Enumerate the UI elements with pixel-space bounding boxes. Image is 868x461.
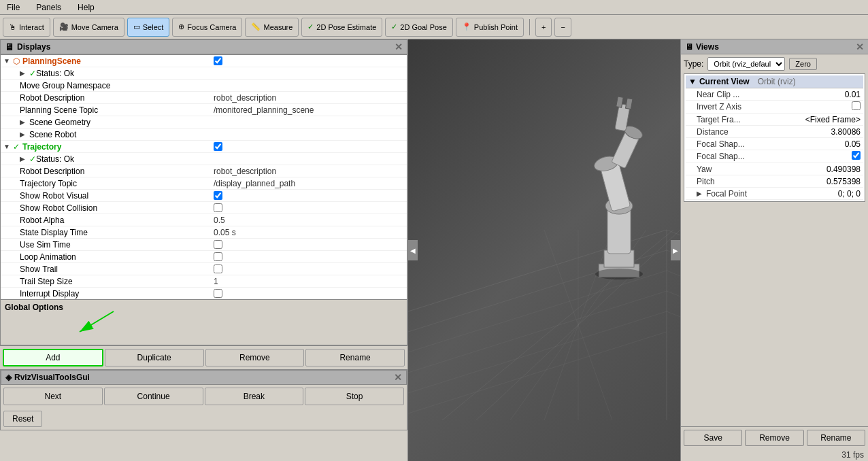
svg-rect-30 <box>625 98 632 109</box>
remove-toolbar-button[interactable]: − <box>554 18 571 37</box>
interact-icon: 🖱 <box>9 23 16 31</box>
goal-pose-icon: ✓ <box>391 22 397 31</box>
show-robot-visual-item: Show Robot Visual <box>1 190 407 202</box>
show-trail-item: Show Trail <box>1 263 407 275</box>
scene-robot-expand[interactable]: ▶ <box>20 131 28 138</box>
planning-status-item: ▶ ✓ Status: Ok <box>1 67 407 80</box>
planning-scene-checkbox[interactable] <box>214 56 222 65</box>
distance-prop: Distance 3.80086 <box>686 126 863 138</box>
menu-panels[interactable]: Panels <box>32 1 65 14</box>
yaw-label: Yaw <box>697 165 827 174</box>
move-group-item: Move Group Namespace <box>1 80 407 92</box>
monitor-icon: 🖥 <box>5 41 14 52</box>
reset-button[interactable]: Reset <box>3 411 42 427</box>
planning-topic-value: /monitored_planning_scene <box>214 105 314 115</box>
yaw-value: 0.490398 <box>827 165 861 174</box>
focal-point-expand[interactable]: ▶ <box>697 190 705 197</box>
collapse-left-arrow[interactable]: ◀ <box>408 240 418 260</box>
trajectory-item[interactable]: ▼ ✓ Trajectory <box>1 141 407 153</box>
state-display-value: 0.05 s <box>214 228 236 237</box>
invert-z-checkbox[interactable] <box>852 101 861 112</box>
focal-point-prop: ▶ Focal Point 0; 0; 0 <box>686 188 863 200</box>
rviz-panel-close[interactable]: ✕ <box>394 372 402 383</box>
remove-button[interactable]: Remove <box>205 349 305 366</box>
views-content: Type: Orbit (rviz_defaul Zero ▼ Current … <box>681 54 868 426</box>
move-group-label: Move Group Namespace <box>20 81 110 90</box>
displays-panel-title: 🖥 Displays <box>5 41 50 52</box>
views-type-row: Type: Orbit (rviz_defaul Zero <box>684 57 865 71</box>
pose-estimate-button[interactable]: ✓ 2D Pose Estimate <box>301 18 382 37</box>
move-camera-button[interactable]: 🎥 Move Camera <box>53 18 124 37</box>
svg-point-31 <box>595 269 643 279</box>
views-panel-header: 🖥 Views ✕ <box>681 39 868 54</box>
views-type-select[interactable]: Orbit (rviz_defaul <box>707 57 785 71</box>
stop-button[interactable]: Stop <box>305 388 404 405</box>
show-robot-visual-checkbox[interactable] <box>214 191 222 200</box>
measure-button[interactable]: 📏 Measure <box>245 18 299 37</box>
views-rename-button[interactable]: Rename <box>807 430 865 446</box>
views-type-label: Type: <box>684 59 703 69</box>
current-view-expand[interactable]: ▼ <box>688 77 697 86</box>
pose-estimate-icon: ✓ <box>307 22 314 31</box>
menu-help[interactable]: Help <box>73 1 99 14</box>
menu-file[interactable]: File <box>3 1 24 14</box>
add-toolbar-button[interactable]: + <box>535 18 552 37</box>
planning-topic-item: Planning Scene Topic /monitored_planning… <box>1 104 407 116</box>
near-clip-label: Near Clip ... <box>697 90 845 99</box>
traj-status-value: Status: Ok <box>36 154 74 164</box>
robot-alpha-label: Robot Alpha <box>20 216 64 225</box>
fps-value: 31 fps <box>841 450 864 460</box>
interact-button[interactable]: 🖱 Interact <box>3 18 50 37</box>
state-display-label: State Display Time <box>20 228 88 237</box>
displays-panel-header: 🖥 Displays ✕ <box>0 39 407 54</box>
views-close-button[interactable]: ✕ <box>856 41 864 52</box>
focal-shape1-prop: Focal Shap... 0.05 <box>686 138 863 150</box>
trajectory-expand[interactable]: ▼ <box>3 143 12 150</box>
robot-alpha-item: Robot Alpha 0.5 <box>1 214 407 226</box>
loop-animation-checkbox[interactable] <box>214 252 222 261</box>
publish-point-button[interactable]: 📍 Publish Point <box>456 18 524 37</box>
views-zero-button[interactable]: Zero <box>789 58 817 70</box>
near-clip-value: 0.01 <box>845 90 861 99</box>
use-sim-time-checkbox[interactable] <box>214 240 222 249</box>
focal-shape1-value: 0.05 <box>845 139 861 149</box>
next-button[interactable]: Next <box>3 388 103 405</box>
show-trail-checkbox[interactable] <box>214 264 222 273</box>
loop-animation-label: Loop Animation <box>20 252 76 262</box>
interrupt-display-checkbox[interactable] <box>214 289 222 298</box>
target-frame-prop: Target Fra... <Fixed Frame> <box>686 114 863 126</box>
select-button[interactable]: ▭ Select <box>127 18 170 37</box>
scene-geometry-expand[interactable]: ▶ <box>20 118 28 126</box>
svg-line-8 <box>408 332 667 413</box>
trail-step-label: Trail Step Size <box>20 277 73 286</box>
views-save-button[interactable]: Save <box>684 430 742 446</box>
views-remove-button[interactable]: Remove <box>745 430 803 446</box>
focus-camera-button[interactable]: ⊕ Focus Camera <box>172 18 242 37</box>
planning-scene-expand[interactable]: ▼ <box>3 57 12 65</box>
show-robot-collision-checkbox[interactable] <box>214 203 222 212</box>
collapse-right-arrow[interactable]: ▶ <box>671 240 680 260</box>
rename-button[interactable]: Rename <box>305 349 405 366</box>
focal-shape1-label: Focal Shap... <box>697 139 845 149</box>
break-button[interactable]: Break <box>205 388 304 405</box>
current-view-label: Current View <box>699 77 750 86</box>
scene-robot-item[interactable]: ▶ Scene Robot <box>1 129 407 141</box>
scene-geometry-item[interactable]: ▶ Scene Geometry <box>1 116 407 129</box>
views-bottom-buttons: Save Remove Rename <box>681 426 868 449</box>
planning-scene-item[interactable]: ▼ ⬡ PlanningScene <box>1 55 407 67</box>
views-panel-title: 🖥 Views <box>685 42 719 52</box>
continue-button[interactable]: Continue <box>104 388 203 405</box>
add-button[interactable]: Add <box>3 349 103 366</box>
measure-icon: 📏 <box>251 22 261 31</box>
focal-shape2-label: Focal Shap... <box>697 152 852 161</box>
focal-shape2-checkbox[interactable] <box>852 151 861 162</box>
displays-scroll-container[interactable]: ▼ ⬡ PlanningScene ▶ ✓ <box>0 54 407 299</box>
goal-pose-button[interactable]: ✓ 2D Goal Pose <box>385 18 452 37</box>
views-tree: ▼ Current View Orbit (rviz) Near Clip ..… <box>684 73 865 202</box>
duplicate-button[interactable]: Duplicate <box>105 349 204 366</box>
viewport-3d[interactable]: ◀ ▶ <box>408 39 680 461</box>
current-view-section: ▼ Current View Orbit (rviz) <box>686 75 863 88</box>
trajectory-checkbox[interactable] <box>214 142 222 151</box>
displays-close-button[interactable]: ✕ <box>395 41 403 52</box>
center-3d-view[interactable]: ◀ ▶ <box>408 39 680 461</box>
